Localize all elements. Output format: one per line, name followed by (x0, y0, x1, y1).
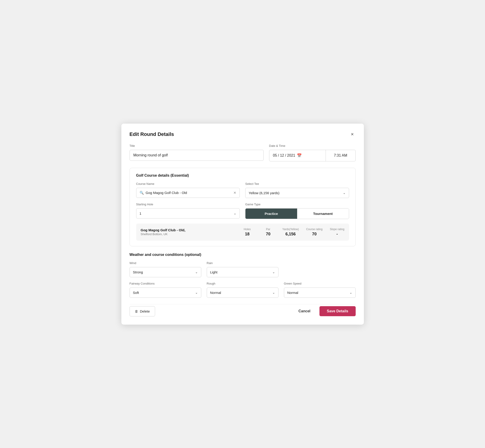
chevron-down-icon: ⌄ (195, 270, 198, 274)
golf-section-title: Golf Course details (Essential) (136, 174, 349, 177)
fairway-value: Soft (133, 291, 139, 295)
green-speed-group: Green Speed Normal ⌄ (284, 282, 356, 298)
delete-button[interactable]: 🗑 Delete (129, 306, 155, 316)
starting-hole-value: 1 (140, 211, 141, 215)
time-value: 7:31 AM (334, 153, 347, 158)
modal-header: Edit Round Details × (129, 131, 356, 138)
save-details-button[interactable]: Save Details (319, 306, 356, 316)
modal-title: Edit Round Details (129, 131, 174, 137)
fairway-group: Fairway Conditions Soft ⌄ (129, 282, 201, 298)
chevron-down-icon: ⌄ (272, 270, 275, 274)
course-rating-label: Course rating (306, 228, 323, 231)
starting-hole-label: Starting Hole (136, 203, 240, 206)
time-part[interactable]: 7:31 AM (326, 150, 356, 161)
course-location: Shelford Bottom, UK (141, 232, 233, 236)
wind-value: Strong (133, 270, 143, 274)
calendar-icon: 📅 (297, 153, 302, 158)
green-speed-label: Green Speed (284, 282, 356, 285)
weather-section: Weather and course conditions (optional)… (129, 253, 356, 298)
rough-value: Normal (210, 291, 221, 295)
fairway-label: Fairway Conditions (129, 282, 201, 285)
title-label: Title (129, 144, 264, 147)
rain-label: Rain (207, 261, 278, 265)
course-name-group: Course Name 🔍 Gog Magog Golf Club - Old … (136, 182, 240, 198)
course-name-input-wrap[interactable]: 🔍 Gog Magog Golf Club - Old ✕ (136, 188, 240, 198)
yards-value: 6,156 (285, 232, 296, 237)
course-rating-stat: Course rating 70 (306, 228, 323, 237)
holes-stat: Holes 18 (241, 228, 254, 237)
rough-group: Rough Normal ⌄ (207, 282, 278, 298)
clear-icon[interactable]: ✕ (233, 191, 236, 195)
rain-value: Light (210, 270, 218, 274)
par-value: 70 (266, 232, 270, 237)
course-info-row: Gog Magog Golf Club - Old, Shelford Bott… (136, 224, 349, 241)
chevron-down-icon: ⌄ (272, 291, 275, 294)
footer-row: 🗑 Delete Cancel Save Details (129, 304, 356, 316)
select-tee-group: Select Tee Yellow (6,156 yards) ⌄ (245, 182, 349, 198)
holes-label: Holes (244, 228, 251, 231)
game-type-label: Game Type (245, 203, 349, 206)
wind-label: Wind (129, 261, 201, 265)
game-type-toggle: Practice Tournament (245, 208, 349, 219)
yards-stat: Yards(Yellow) 6,156 (282, 228, 299, 237)
footer-right: Cancel Save Details (294, 306, 356, 316)
rain-group: Rain Light ⌄ (207, 261, 278, 277)
fairway-dropdown[interactable]: Soft ⌄ (129, 288, 201, 298)
datetime-row: 05 / 12 / 2021 📅 7:31 AM (269, 150, 356, 161)
par-label: Par (266, 228, 270, 231)
date-value: 05 / 12 / 2021 (273, 153, 295, 158)
starting-hole-game-type-row: Starting Hole 1 ⌄ Game Type Practice Tou… (136, 203, 349, 219)
course-rating-value: 70 (312, 232, 316, 237)
course-info-name: Gog Magog Golf Club - Old, Shelford Bott… (141, 228, 233, 236)
slope-rating-value: - (336, 232, 338, 237)
close-button[interactable]: × (349, 131, 356, 138)
datetime-label: Date & Time (269, 144, 356, 147)
chevron-down-icon: ⌄ (343, 191, 346, 195)
green-speed-value: Normal (287, 291, 298, 295)
edit-round-modal: Edit Round Details × Title Date & Time 0… (121, 124, 364, 325)
slope-rating-label: Slope rating (330, 228, 344, 231)
holes-value: 18 (245, 232, 250, 237)
wind-dropdown[interactable]: Strong ⌄ (129, 267, 201, 277)
date-part[interactable]: 05 / 12 / 2021 📅 (269, 150, 326, 161)
title-input[interactable] (129, 150, 264, 161)
course-name-label: Course Name (136, 182, 240, 185)
course-name-value: Gog Magog Golf Club - Old (146, 191, 232, 195)
par-stat: Par 70 (261, 228, 275, 237)
search-icon: 🔍 (140, 191, 144, 195)
golf-course-section: Golf Course details (Essential) Course N… (129, 168, 356, 246)
starting-hole-group: Starting Hole 1 ⌄ (136, 203, 240, 219)
game-type-group: Game Type Practice Tournament (245, 203, 349, 219)
rain-dropdown[interactable]: Light ⌄ (207, 267, 278, 277)
datetime-field-group: Date & Time 05 / 12 / 2021 📅 7:31 AM (269, 144, 356, 161)
title-field-group: Title (129, 144, 264, 161)
delete-label: Delete (140, 309, 150, 313)
fairway-rough-green-row: Fairway Conditions Soft ⌄ Rough Normal ⌄… (129, 282, 356, 298)
chevron-down-icon: ⌄ (234, 211, 236, 215)
select-tee-value: Yellow (6,156 yards) (249, 191, 279, 195)
course-name-tee-row: Course Name 🔍 Gog Magog Golf Club - Old … (136, 182, 349, 198)
wind-rain-row: Wind Strong ⌄ Rain Light ⌄ (129, 261, 356, 277)
course-name-main: Gog Magog Golf Club - Old, (141, 228, 233, 232)
starting-hole-dropdown[interactable]: 1 ⌄ (136, 208, 240, 218)
cancel-button[interactable]: Cancel (294, 306, 315, 316)
yards-label: Yards(Yellow) (282, 228, 299, 231)
trash-icon: 🗑 (135, 309, 138, 313)
select-tee-dropdown[interactable]: Yellow (6,156 yards) ⌄ (245, 188, 349, 198)
slope-rating-stat: Slope rating - (330, 228, 344, 237)
top-row: Title Date & Time 05 / 12 / 2021 📅 7:31 … (129, 144, 356, 161)
select-tee-label: Select Tee (245, 182, 349, 185)
weather-title: Weather and course conditions (optional) (129, 253, 356, 257)
tournament-button[interactable]: Tournament (297, 208, 349, 219)
chevron-down-icon: ⌄ (195, 291, 198, 294)
rough-label: Rough (207, 282, 278, 285)
wind-group: Wind Strong ⌄ (129, 261, 201, 277)
rough-dropdown[interactable]: Normal ⌄ (207, 288, 278, 298)
chevron-down-icon: ⌄ (349, 291, 352, 294)
green-speed-dropdown[interactable]: Normal ⌄ (284, 288, 356, 298)
practice-button[interactable]: Practice (245, 208, 297, 219)
